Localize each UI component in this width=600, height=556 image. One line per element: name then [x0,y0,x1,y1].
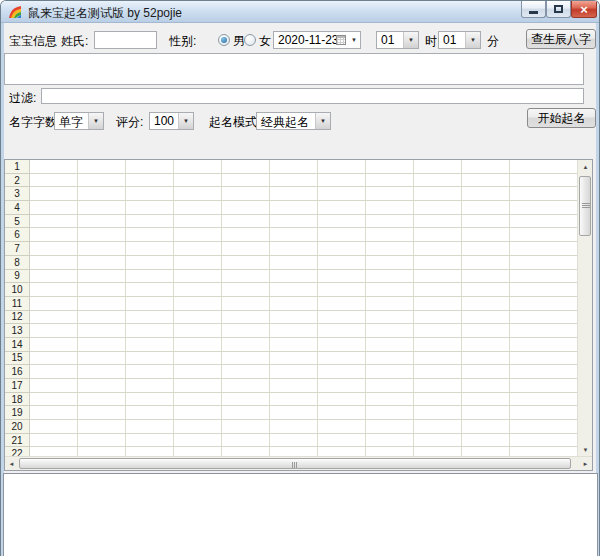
table-row[interactable]: 15 [5,352,578,366]
grid-cell[interactable] [126,420,174,434]
grid-cell[interactable] [174,406,222,420]
table-row[interactable]: 8 [5,256,578,270]
grid-cell[interactable] [414,228,462,242]
grid-cell[interactable] [510,352,578,366]
grid-cell[interactable] [270,324,318,338]
grid-cell[interactable] [510,256,578,270]
grid-cell[interactable] [126,256,174,270]
grid-cell[interactable] [270,174,318,188]
grid-cell[interactable] [414,447,462,456]
grid-cell[interactable] [270,242,318,256]
grid-cell[interactable] [462,201,510,215]
grid-cell[interactable] [30,324,78,338]
grid-cell[interactable] [462,365,510,379]
grid-cell[interactable] [222,297,270,311]
grid-cell[interactable] [462,338,510,352]
grid-cell[interactable] [222,311,270,325]
grid-cell[interactable] [222,187,270,201]
grid-cell[interactable] [366,174,414,188]
grid-cell[interactable] [318,187,366,201]
grid-cell[interactable] [78,242,126,256]
table-row[interactable]: 13 [5,324,578,338]
grid-cell[interactable] [366,338,414,352]
grid-cell[interactable] [366,160,414,174]
table-row[interactable]: 6 [5,228,578,242]
grid-cell[interactable] [126,447,174,456]
grid-cell[interactable] [366,393,414,407]
table-row[interactable]: 2 [5,174,578,188]
grid-cell[interactable] [78,174,126,188]
grid-cell[interactable] [78,187,126,201]
grid-cell[interactable] [126,283,174,297]
grid-cell[interactable] [174,393,222,407]
table-row[interactable]: 17 [5,379,578,393]
grid-cell[interactable] [30,256,78,270]
female-radio-label[interactable]: 女 [259,33,271,50]
grid-cell[interactable] [462,393,510,407]
grid-cell[interactable] [318,434,366,448]
close-button[interactable]: × [571,1,597,18]
grid-cell[interactable] [366,270,414,284]
grid-cell[interactable] [366,187,414,201]
hour-select[interactable]: 01 ▼ [376,31,419,49]
grid-cell[interactable] [270,228,318,242]
grid-cell[interactable] [510,201,578,215]
grid-cell[interactable] [462,215,510,229]
grid-cell[interactable] [510,393,578,407]
grid-cell[interactable] [30,242,78,256]
grid-cell[interactable] [318,283,366,297]
grid-cell[interactable] [414,160,462,174]
grid-cell[interactable] [510,283,578,297]
grid-cell[interactable] [462,174,510,188]
grid-cell[interactable] [510,297,578,311]
grid-cell[interactable] [222,393,270,407]
horizontal-scroll-thumb[interactable] [19,458,571,469]
grid-cell[interactable] [510,447,578,456]
grid-cell[interactable] [126,311,174,325]
grid-cell[interactable] [366,406,414,420]
scroll-left-button[interactable]: ◄ [5,457,18,470]
grid-cell[interactable] [366,324,414,338]
grid-cell[interactable] [174,283,222,297]
filter-input[interactable] [41,88,584,104]
minute-select[interactable]: 01 ▼ [438,31,481,49]
grid-cell[interactable] [318,201,366,215]
male-radio-label[interactable]: 男 [233,33,245,50]
grid-cell[interactable] [222,447,270,456]
grid-cell[interactable] [318,338,366,352]
grid-cell[interactable] [510,174,578,188]
grid-cell[interactable] [222,215,270,229]
grid-cell[interactable] [414,311,462,325]
grid-cell[interactable] [414,187,462,201]
grid-cell[interactable] [510,228,578,242]
grid-cell[interactable] [462,256,510,270]
grid-cell[interactable] [510,379,578,393]
grid-cell[interactable] [318,393,366,407]
table-row[interactable]: 5 [5,215,578,229]
grid-cell[interactable] [510,311,578,325]
mode-select[interactable]: 经典起名 ▼ [256,112,331,130]
female-radio[interactable] [244,34,256,46]
grid-cell[interactable] [222,338,270,352]
grid-cell[interactable] [366,297,414,311]
grid-cell[interactable] [222,283,270,297]
grid-cell[interactable] [78,256,126,270]
grid-cell[interactable] [270,283,318,297]
grid-cell[interactable] [414,270,462,284]
grid-cell[interactable] [30,215,78,229]
grid-cell[interactable] [270,406,318,420]
grid-cell[interactable] [126,242,174,256]
grid-cell[interactable] [30,379,78,393]
grid-cell[interactable] [366,434,414,448]
grid-cell[interactable] [222,256,270,270]
grid-cell[interactable] [510,420,578,434]
grid-cell[interactable] [174,365,222,379]
grid-cell[interactable] [462,420,510,434]
grid-cell[interactable] [414,365,462,379]
grid-cell[interactable] [270,215,318,229]
male-radio[interactable] [218,34,230,46]
grid-cell[interactable] [30,297,78,311]
grid-cell[interactable] [222,228,270,242]
grid-cell[interactable] [318,215,366,229]
grid-cell[interactable] [462,228,510,242]
